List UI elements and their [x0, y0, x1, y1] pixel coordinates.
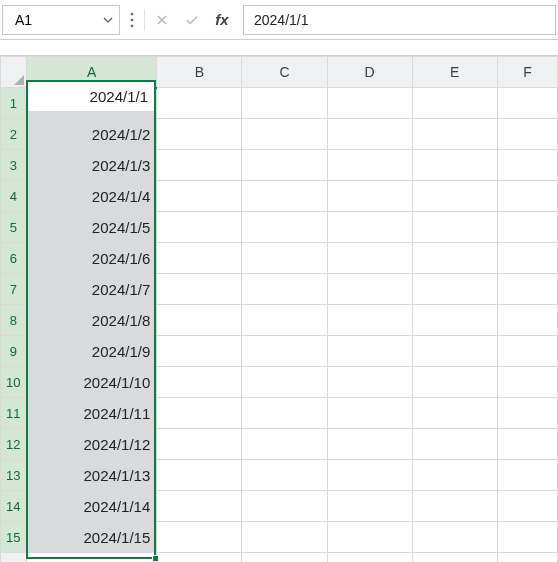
- cell-E6[interactable]: [412, 243, 497, 274]
- column-header-D[interactable]: D: [327, 57, 412, 88]
- cell-F11[interactable]: [497, 398, 557, 429]
- cell-C8[interactable]: [242, 305, 327, 336]
- cell-B11[interactable]: [157, 398, 242, 429]
- cell-E3[interactable]: [412, 150, 497, 181]
- cell-C13[interactable]: [242, 460, 327, 491]
- cell-F10[interactable]: [497, 367, 557, 398]
- cell-A8[interactable]: 2024/1/8: [27, 305, 157, 336]
- cell-D16[interactable]: [327, 553, 412, 563]
- cell-F15[interactable]: [497, 522, 557, 553]
- row-header-6[interactable]: 6: [1, 243, 27, 274]
- enter-icon[interactable]: [179, 5, 205, 35]
- cell-B15[interactable]: [157, 522, 242, 553]
- cell-F4[interactable]: [497, 181, 557, 212]
- row-header-9[interactable]: 9: [1, 336, 27, 367]
- cell-F3[interactable]: [497, 150, 557, 181]
- cell-B12[interactable]: [157, 429, 242, 460]
- cell-A6[interactable]: 2024/1/6: [27, 243, 157, 274]
- cell-F5[interactable]: [497, 212, 557, 243]
- cell-A2[interactable]: 2024/1/2: [27, 119, 157, 150]
- cell-C2[interactable]: [242, 119, 327, 150]
- cell-A12[interactable]: 2024/1/12: [27, 429, 157, 460]
- cell-E10[interactable]: [412, 367, 497, 398]
- cell-C14[interactable]: [242, 491, 327, 522]
- cell-C4[interactable]: [242, 181, 327, 212]
- cell-C1[interactable]: [242, 88, 327, 119]
- cell-E4[interactable]: [412, 181, 497, 212]
- row-header-5[interactable]: 5: [1, 212, 27, 243]
- cell-C16[interactable]: [242, 553, 327, 563]
- cell-C12[interactable]: [242, 429, 327, 460]
- cell-D3[interactable]: [327, 150, 412, 181]
- cell-B3[interactable]: [157, 150, 242, 181]
- cell-E12[interactable]: [412, 429, 497, 460]
- cell-E15[interactable]: [412, 522, 497, 553]
- formula-input[interactable]: [243, 5, 556, 35]
- row-header-15[interactable]: 15: [1, 522, 27, 553]
- cell-D4[interactable]: [327, 181, 412, 212]
- row-header-2[interactable]: 2: [1, 119, 27, 150]
- cell-E16[interactable]: [412, 553, 497, 563]
- cell-C9[interactable]: [242, 336, 327, 367]
- cell-B13[interactable]: [157, 460, 242, 491]
- row-header-14[interactable]: 14: [1, 491, 27, 522]
- cell-B16[interactable]: [157, 553, 242, 563]
- cell-C5[interactable]: [242, 212, 327, 243]
- insert-function-icon[interactable]: fx: [209, 5, 235, 35]
- cell-D13[interactable]: [327, 460, 412, 491]
- row-header-16[interactable]: 16: [1, 553, 27, 563]
- cell-E13[interactable]: [412, 460, 497, 491]
- cell-A13[interactable]: 2024/1/13: [27, 460, 157, 491]
- cell-F1[interactable]: [497, 88, 557, 119]
- name-box[interactable]: [2, 5, 120, 35]
- cell-E7[interactable]: [412, 274, 497, 305]
- cell-D9[interactable]: [327, 336, 412, 367]
- cell-F2[interactable]: [497, 119, 557, 150]
- cell-B2[interactable]: [157, 119, 242, 150]
- cell-B1[interactable]: [157, 88, 242, 119]
- cell-A7[interactable]: 2024/1/7: [27, 274, 157, 305]
- cell-D1[interactable]: [327, 88, 412, 119]
- row-header-12[interactable]: 12: [1, 429, 27, 460]
- cell-D12[interactable]: [327, 429, 412, 460]
- cell-C11[interactable]: [242, 398, 327, 429]
- cell-B6[interactable]: [157, 243, 242, 274]
- cell-D15[interactable]: [327, 522, 412, 553]
- cell-D5[interactable]: [327, 212, 412, 243]
- row-header-4[interactable]: 4: [1, 181, 27, 212]
- cell-D2[interactable]: [327, 119, 412, 150]
- cell-C3[interactable]: [242, 150, 327, 181]
- cell-F7[interactable]: [497, 274, 557, 305]
- row-header-11[interactable]: 11: [1, 398, 27, 429]
- cell-F9[interactable]: [497, 336, 557, 367]
- cell-F8[interactable]: [497, 305, 557, 336]
- cell-A5[interactable]: 2024/1/5: [27, 212, 157, 243]
- spreadsheet-grid[interactable]: A B C D E F 12024/1/122024/1/232024/1/34…: [0, 56, 558, 562]
- column-header-F[interactable]: F: [497, 57, 557, 88]
- cell-B9[interactable]: [157, 336, 242, 367]
- chevron-down-icon[interactable]: [103, 12, 113, 28]
- cell-F16[interactable]: [497, 553, 557, 563]
- cell-A15[interactable]: 2024/1/15: [27, 522, 157, 553]
- cell-A16[interactable]: [27, 553, 157, 563]
- cell-F13[interactable]: [497, 460, 557, 491]
- cell-E5[interactable]: [412, 212, 497, 243]
- cell-A4[interactable]: 2024/1/4: [27, 181, 157, 212]
- name-box-input[interactable]: [13, 11, 83, 29]
- select-all-corner[interactable]: [1, 57, 27, 88]
- cell-B14[interactable]: [157, 491, 242, 522]
- cell-C7[interactable]: [242, 274, 327, 305]
- cell-D14[interactable]: [327, 491, 412, 522]
- vertical-dots-icon[interactable]: [124, 5, 140, 35]
- cell-C10[interactable]: [242, 367, 327, 398]
- cell-E2[interactable]: [412, 119, 497, 150]
- cell-E8[interactable]: [412, 305, 497, 336]
- cell-E9[interactable]: [412, 336, 497, 367]
- cell-A11[interactable]: 2024/1/11: [27, 398, 157, 429]
- cell-F6[interactable]: [497, 243, 557, 274]
- cell-B7[interactable]: [157, 274, 242, 305]
- cell-A9[interactable]: 2024/1/9: [27, 336, 157, 367]
- row-header-8[interactable]: 8: [1, 305, 27, 336]
- cell-A14[interactable]: 2024/1/14: [27, 491, 157, 522]
- cell-F12[interactable]: [497, 429, 557, 460]
